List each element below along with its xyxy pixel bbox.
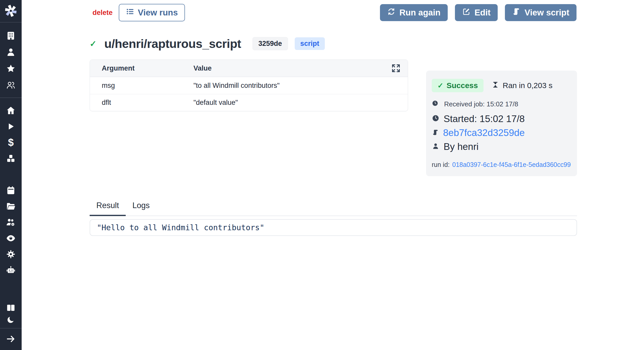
workspace-building-icon[interactable] — [6, 31, 16, 40]
scroll-icon — [512, 7, 520, 18]
argument-name: dflt — [102, 99, 193, 107]
clock-icon — [432, 100, 438, 108]
star-icon[interactable] — [6, 64, 16, 73]
received-job-line: Received job: 15:02 17/8 — [432, 100, 571, 108]
hourglass-icon — [492, 81, 499, 90]
clock-icon — [432, 114, 439, 124]
run-author-line: By henri — [432, 141, 571, 152]
content-columns: Argument Value msg "to all Windmill cont… — [22, 59, 644, 176]
edit-button[interactable]: Edit — [455, 4, 498, 21]
user-icon[interactable] — [6, 47, 16, 57]
arguments-table: Argument Value msg "to all Windmill cont… — [90, 59, 408, 111]
hash-badge: 3259de — [252, 37, 288, 50]
view-script-button[interactable]: View script — [505, 4, 577, 21]
started-line: Started: 15:02 17/8 — [432, 114, 571, 124]
status-header-line: ✓ Success Ran in 0,203 s — [432, 79, 571, 92]
argument-value: "to all Windmill contributors" — [193, 82, 401, 90]
title-row: ✓ u/henri/rapturous_script 3259de script — [22, 37, 644, 51]
ai-robot-icon[interactable] — [6, 265, 16, 275]
argument-column-header: Argument — [102, 64, 193, 72]
docs-book-icon[interactable] — [6, 303, 16, 313]
sidebar: $ — [0, 0, 22, 350]
arguments-table-header: Argument Value — [90, 60, 408, 77]
received-job-label: Received job: 15:02 17/8 — [444, 100, 518, 108]
duration-label: Ran in 0,203 s — [503, 81, 552, 90]
run-id-label: run id: — [432, 161, 450, 168]
runs-play-icon[interactable] — [6, 122, 16, 131]
value-column-header: Value — [193, 64, 391, 72]
success-check-icon: ✓ — [90, 39, 97, 49]
scroll-icon — [432, 127, 439, 138]
refresh-icon — [387, 7, 395, 18]
home-icon[interactable] — [6, 106, 16, 115]
tab-logs[interactable]: Logs — [126, 201, 156, 216]
argument-value: "default value" — [193, 99, 401, 107]
user-group-icon[interactable] — [6, 80, 16, 90]
sidebar-divider — [0, 328, 22, 328]
run-status-panel: ✓ Success Ran in 0,203 s Received job: — [426, 71, 577, 176]
job-hash-line: 8eb7fca32d3259de — [432, 127, 571, 138]
workers-users-gear-icon[interactable] — [6, 217, 16, 227]
expand-icon[interactable] — [391, 63, 401, 73]
view-script-label: View script — [524, 8, 569, 18]
view-runs-label: View runs — [138, 8, 178, 18]
settings-gear-icon[interactable] — [6, 249, 16, 259]
variables-dollar-icon[interactable]: $ — [6, 138, 16, 147]
run-again-button[interactable]: Run again — [380, 4, 448, 21]
result-output: "Hello to all Windmill contributors" — [90, 219, 577, 236]
schedules-calendar-icon[interactable] — [6, 185, 16, 195]
check-icon: ✓ — [437, 81, 443, 90]
dark-mode-moon-icon[interactable] — [6, 315, 15, 324]
table-row: dflt "default value" — [90, 94, 408, 111]
job-hash-link[interactable]: 8eb7fca32d3259de — [443, 127, 525, 138]
edit-pencil-icon — [462, 7, 470, 18]
view-runs-button[interactable]: View runs — [119, 4, 185, 21]
edit-label: Edit — [474, 8, 490, 18]
delete-button[interactable]: delete — [92, 9, 113, 17]
sidebar-divider — [0, 98, 22, 98]
run-id-link[interactable]: 018a0397-6c1e-f45a-6f1e-5edad360cc99 — [452, 161, 571, 168]
list-icon — [126, 7, 134, 18]
duration-line: Ran in 0,203 s — [492, 81, 552, 90]
status-badge: ✓ Success — [432, 79, 484, 92]
result-logs-tabs: Result Logs — [90, 201, 577, 216]
audit-eye-icon[interactable] — [6, 233, 16, 243]
tab-result[interactable]: Result — [90, 201, 126, 216]
expand-sidebar-arrow-icon[interactable] — [6, 334, 16, 344]
table-row: msg "to all Windmill contributors" — [90, 77, 408, 94]
page-title: u/henri/rapturous_script — [104, 37, 241, 51]
app-window: $ — [0, 0, 644, 350]
run-id-line: run id:018a0397-6c1e-f45a-6f1e-5edad360c… — [432, 161, 571, 168]
script-type-badge: script — [295, 37, 325, 50]
run-again-label: Run again — [400, 8, 441, 18]
action-bar: delete View runs Run again Edit — [22, 4, 644, 22]
main-content: delete View runs Run again Edit — [22, 0, 644, 350]
resources-cubes-icon[interactable] — [6, 153, 16, 163]
sidebar-divider — [0, 22, 22, 22]
status-badge-label: Success — [446, 81, 478, 90]
folders-icon[interactable] — [6, 201, 16, 211]
started-label: Started: 15:02 17/8 — [444, 114, 525, 124]
windmill-logo-icon[interactable] — [4, 4, 18, 18]
run-author-label: By henri — [444, 141, 479, 152]
argument-name: msg — [102, 82, 193, 90]
user-icon — [432, 141, 439, 152]
